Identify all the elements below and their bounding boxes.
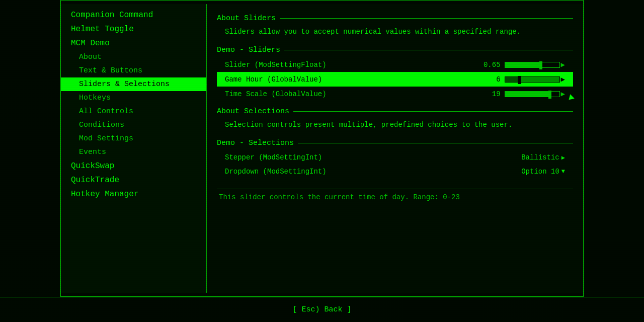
sidebar-item-mod-settings[interactable]: Mod Settings [61,132,206,145]
selection-label-1: Dropdown (ModSettingInt) [225,168,521,176]
slider-track-0[interactable] [505,62,560,68]
slider-rows-container: Slider (ModSettingFloat) 0.65 ▶ Game Hou… [217,57,573,101]
slider-label-0: Slider (ModSettingFloat) [225,61,484,69]
slider-control-1[interactable]: ▶ [505,75,565,84]
selection-arrow-0[interactable]: ▶ [561,154,565,162]
selection-control-1[interactable]: Option 10 ▼ [521,168,565,176]
about-selections-header: About Selections [217,107,289,116]
slider-label-1: Game Hour (GlobalValue) [225,75,496,84]
sidebar-item-hotkeys[interactable]: Hotkeys [61,91,206,105]
selection-arrow-1[interactable]: ▼ [561,168,565,175]
info-bar: This slider controls the current time of… [217,189,573,205]
selection-rows-container: Stepper (ModSettingInt) Ballistic ▶ Drop… [217,150,573,179]
sidebar-item-quickswap[interactable]: QuickSwap [61,159,206,173]
bottom-bar: [ Esc) Back ] [0,297,644,322]
sidebar-item-all-controls[interactable]: All Controls [61,105,206,118]
sidebar-item-text-buttons[interactable]: Text & Buttons [61,64,206,77]
sidebar-item-about[interactable]: About [61,50,206,64]
demo-sliders-header: Demo - Sliders [217,46,280,54]
slider-row-0[interactable]: Slider (ModSettingFloat) 0.65 ▶ [217,57,573,72]
slider-track-2[interactable] [505,91,560,97]
sidebar-item-hotkey-manager[interactable]: Hotkey Manager [61,187,206,201]
about-selections-description: Selection controls present multiple, pre… [217,119,573,133]
slider-fill-2 [505,92,550,97]
section-divider-line-3 [293,111,573,112]
about-selections-section: About Selections [217,107,573,116]
sidebar-item-companion-command[interactable]: Companion Command [61,8,206,22]
selection-value-1: Option 10 [521,168,559,176]
selection-value-0: Ballistic [521,153,559,162]
section-divider-line [280,18,573,19]
demo-selections-header: Demo - Selections [217,139,294,147]
slider-thumb-2 [548,91,551,99]
slider-value-1: 6 [496,75,500,84]
slider-label-2: Time Scale (GlobalValue) [225,90,492,98]
about-sliders-description: Sliders allow you to accept numerical va… [217,26,573,40]
slider-thumb-1 [518,76,521,84]
sidebar-item-mcm-demo[interactable]: MCM Demo [61,36,206,50]
slider-value-0: 0.65 [484,61,501,69]
demo-sliders-section: Demo - Sliders [217,46,573,54]
selection-row-0[interactable]: Stepper (ModSettingInt) Ballistic ▶ [217,150,573,165]
sidebar-item-events[interactable]: Events [61,145,206,159]
slider-right-arrow-0[interactable]: ▶ [561,60,565,69]
sidebar-item-helmet-toggle[interactable]: Helmet Toggle [61,22,206,36]
slider-control-0[interactable]: ▶ [505,60,565,69]
about-sliders-section: About Sliders [217,14,573,23]
slider-fill-0 [505,62,540,67]
about-sliders-header: About Sliders [217,14,276,23]
slider-right-arrow-1[interactable]: ▶ [561,75,565,84]
demo-selections-section: Demo - Selections [217,139,573,147]
section-divider-line-2 [284,50,573,50]
slider-row-1[interactable]: Game Hour (GlobalValue) 6 ▶ [217,72,573,87]
slider-fill-1 [505,77,519,82]
back-button-label[interactable]: [ Esc) Back ] [292,305,351,314]
slider-value-2: 19 [492,90,501,98]
section-divider-line-4 [298,143,573,143]
slider-control-2[interactable]: ▶ [505,90,565,98]
slider-row-2[interactable]: Time Scale (GlobalValue) 19 ▶ [217,87,573,101]
slider-right-arrow-2[interactable]: ▶ [561,90,565,98]
selection-label-0: Stepper (ModSettingInt) [225,153,521,162]
sidebar-item-quicktrade[interactable]: QuickTrade [61,173,206,187]
slider-track-1[interactable] [505,76,560,83]
content-panel: About Sliders Sliders allow you to accep… [207,4,583,293]
sidebar-item-conditions[interactable]: Conditions [61,118,206,132]
selection-control-0[interactable]: Ballistic ▶ [521,153,565,162]
selection-row-1[interactable]: Dropdown (ModSettingInt) Option 10 ▼ [217,165,573,179]
sidebar: Companion CommandHelmet ToggleMCM DemoAb… [61,4,207,293]
slider-thumb-0 [539,61,542,69]
sidebar-item-sliders-selections[interactable]: Sliders & Selections [61,77,206,91]
